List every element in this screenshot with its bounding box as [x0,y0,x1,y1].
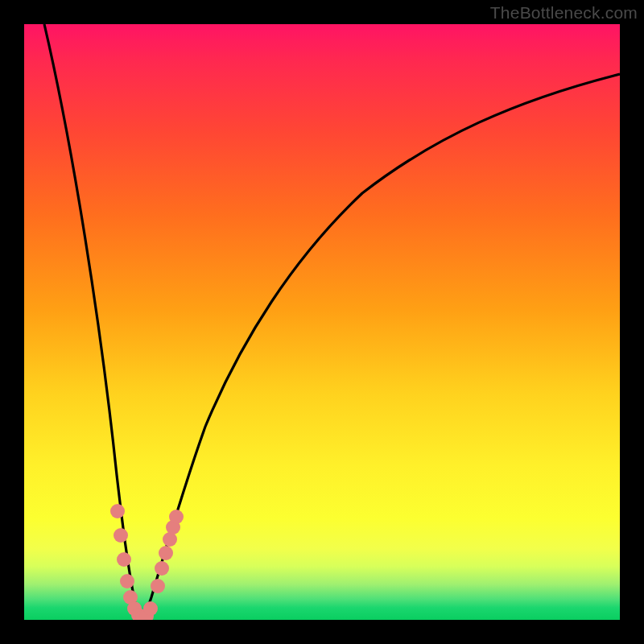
svg-point-11 [155,561,169,576]
curve-path [44,24,620,618]
svg-point-15 [169,510,184,524]
chart-frame: TheBottleneck.com [0,0,644,644]
svg-point-3 [120,574,134,588]
watermark-text: TheBottleneck.com [490,3,638,23]
svg-point-9 [143,601,158,616]
svg-point-10 [151,579,165,593]
svg-point-1 [114,528,128,543]
svg-point-12 [159,546,173,560]
svg-point-2 [117,552,131,567]
chart-svg [24,24,620,620]
svg-point-0 [110,504,125,518]
